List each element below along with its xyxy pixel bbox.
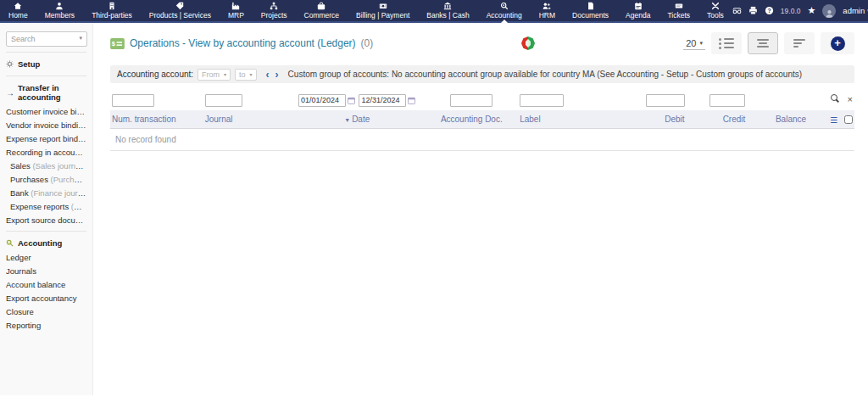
nav-commerce[interactable]: Commerce (296, 0, 348, 21)
apply-filter-icon[interactable] (831, 94, 839, 103)
nav-documents[interactable]: Documents (564, 0, 617, 21)
calendar-icon (634, 2, 643, 10)
select-all-checkbox[interactable] (844, 115, 853, 124)
nav-banks-cash[interactable]: Banks | Cash (418, 0, 477, 21)
nav-tickets[interactable]: Tickets (659, 0, 698, 21)
sidebar-item-expense-reports[interactable]: Expense reports (Expe... (0, 199, 92, 213)
sidebar-item-bank[interactable]: Bank (Finance journal) (0, 186, 92, 199)
glasses-icon[interactable] (732, 6, 742, 15)
sidebar-section-setup[interactable]: Setup (0, 57, 92, 71)
sidebar-item-vendor-invoice-binding[interactable]: Vendor invoice binding (0, 118, 92, 131)
nav-agenda[interactable]: Agenda (617, 0, 659, 21)
nav-products-services[interactable]: Products | Services (141, 0, 220, 21)
nav-third-parties[interactable]: Third-parties (83, 0, 141, 21)
no-record-text: No record found (110, 129, 854, 151)
nav-members[interactable]: Members (36, 0, 83, 21)
nav-billing-payment[interactable]: Billing | Payment (348, 0, 418, 21)
select-columns-icon[interactable]: ☰ (830, 115, 837, 124)
col-debit[interactable]: Debit (626, 110, 687, 129)
section-title: Transfer in accounting (18, 83, 86, 102)
sidebar-item-recording-in-accounting[interactable]: Recording in accounting (0, 145, 92, 159)
main-content: $ Operations - View by accounting accoun… (93, 23, 868, 395)
sidebar-item-purchases[interactable]: Purchases (Purchase j... (0, 172, 92, 186)
col-credit[interactable]: Credit (687, 110, 748, 129)
item-sub-label: (Expe... (71, 202, 92, 211)
user-menu[interactable]: admin ▾ (843, 6, 868, 15)
custom-group-info: Custom group of accounts: No accounting … (288, 70, 802, 79)
sidebar-item-sales[interactable]: Sales (Sales journal - s... (0, 159, 92, 172)
col-balance[interactable]: Balance (747, 110, 808, 129)
ticket-icon (675, 2, 683, 10)
plus-icon: + (831, 36, 845, 51)
filter-accounting-doc-input[interactable] (450, 94, 492, 107)
user-name: admin (843, 6, 865, 15)
table-header-row: Num. transaction Journal ▼Date Accountin… (110, 110, 854, 129)
factory-icon (231, 2, 240, 10)
magnifier-icon (6, 239, 14, 247)
sidebar-item-journals[interactable]: Journals (0, 264, 92, 277)
nav-label: Products | Services (149, 11, 211, 20)
left-sidebar: ▾ Setup → Transfer in accounting Custome… (0, 23, 93, 395)
filter-debit-input[interactable] (646, 94, 685, 107)
calendar-icon[interactable] (408, 97, 415, 104)
sidebar-item-closure[interactable]: Closure (0, 305, 92, 318)
sidebar-item-export-source-documents[interactable]: Export source documents (0, 213, 92, 226)
account-to-select[interactable]: to ▾ (235, 69, 257, 81)
next-account-button[interactable]: › (275, 69, 279, 81)
arrow-right-icon: → (6, 88, 14, 98)
divider (6, 52, 86, 53)
nav-tools[interactable]: Tools (698, 0, 732, 21)
nav-hrm[interactable]: HRM (531, 0, 564, 21)
nav-accounting[interactable]: Accounting (478, 0, 531, 21)
prev-account-button[interactable]: ‹ (266, 69, 270, 81)
col-journal[interactable]: Journal (203, 110, 289, 129)
sidebar-item-account-balance[interactable]: Account balance (0, 277, 92, 291)
avatar[interactable] (822, 4, 836, 18)
filter-journal-input[interactable] (205, 94, 242, 107)
col-accounting-doc[interactable]: Accounting Doc. (425, 110, 518, 129)
help-icon[interactable]: ? (765, 6, 774, 15)
sidebar-item-expense-report-binding[interactable]: Expense report binding (0, 131, 92, 145)
filter-date-start-input[interactable] (298, 94, 346, 107)
sidebar-item-reporting[interactable]: Reporting (0, 318, 92, 332)
nav-mrp[interactable]: MRP (220, 0, 253, 21)
account-from-select[interactable]: From ▾ (198, 69, 231, 81)
nav-label: Third-parties (92, 11, 132, 20)
filter-row: × (110, 88, 854, 110)
search-input[interactable] (6, 31, 87, 47)
nav-home[interactable]: Home (0, 0, 36, 21)
filter-credit-input[interactable] (709, 94, 745, 107)
sidebar-item-ledger[interactable]: Ledger (0, 250, 92, 264)
col-date-label: Date (352, 115, 370, 124)
to-placeholder: to (239, 70, 246, 79)
banknote-icon (379, 2, 387, 10)
version-label: 19.0.0 (781, 7, 801, 15)
col-date[interactable]: ▼Date (289, 110, 425, 129)
bookmark-star-icon[interactable]: ★ (807, 5, 815, 16)
sidebar-item-customer-invoice-binding[interactable]: Customer invoice binding (0, 104, 92, 118)
clear-filter-icon[interactable]: × (848, 94, 853, 104)
col-label[interactable]: Label (518, 110, 626, 129)
create-new-button[interactable]: + (821, 32, 854, 54)
view-by-account-button[interactable] (748, 32, 778, 54)
sidebar-item-export-accountancy[interactable]: Export accountancy (0, 291, 92, 305)
view-list-button[interactable] (711, 32, 742, 54)
col-num-transaction[interactable]: Num. transaction (110, 110, 203, 129)
nav-label: HRM (539, 11, 555, 20)
divider (6, 231, 86, 232)
nav-projects[interactable]: Projects (253, 0, 296, 21)
gear-icon (6, 60, 14, 68)
accountancy-transfer-icon[interactable] (521, 36, 535, 50)
filter-date-end-input[interactable] (359, 94, 406, 107)
from-placeholder: From (202, 70, 220, 79)
printer-icon[interactable] (748, 6, 758, 15)
view-subtotal-button[interactable] (784, 32, 815, 54)
page-size-select[interactable]: 20 ▾ (683, 37, 705, 50)
filter-num-transaction-input[interactable] (112, 94, 154, 107)
sidebar-section-accounting[interactable]: Accounting (0, 236, 92, 250)
filter-label-input[interactable] (520, 94, 564, 107)
sidebar-section-transfer[interactable]: → Transfer in accounting (0, 81, 92, 104)
calendar-icon[interactable] (348, 97, 355, 104)
top-navbar: Home Members Third-parties Products | Se… (0, 0, 868, 23)
tag-icon (175, 2, 184, 10)
